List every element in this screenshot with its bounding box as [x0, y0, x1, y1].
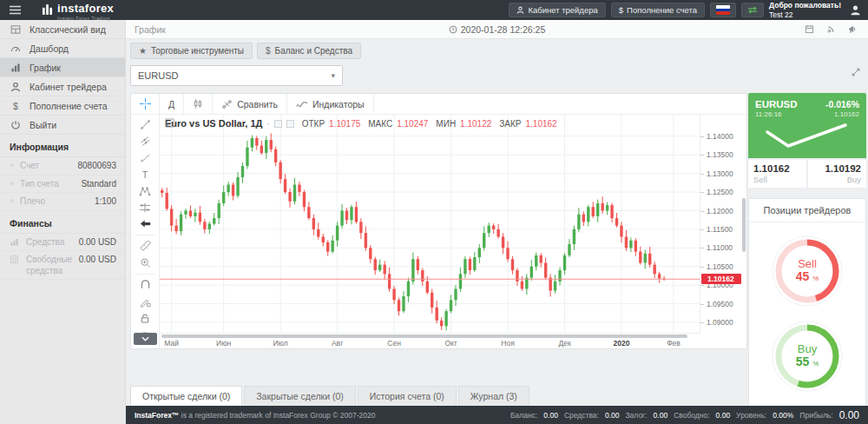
vertical-scrollbar[interactable]: [742, 198, 746, 252]
legend-settings-icon[interactable]: [274, 120, 282, 128]
quick-actions-row: ★ Торговые инструменты $ Баланс и Средст…: [126, 39, 868, 62]
quote-card[interactable]: EURUSD -0.016% 11:26:16 1.10162: [748, 93, 866, 158]
quote-sparkline: [755, 120, 859, 151]
info-label: Плечо: [20, 196, 95, 208]
swap-account-button[interactable]: [741, 3, 764, 17]
price-axis[interactable]: 1.140001.135001.130001.125001.120001.115…: [700, 115, 746, 333]
finance-label: Средства: [26, 237, 79, 248]
symbol-select[interactable]: EURUSD ▾: [130, 65, 343, 86]
header-trader-cabinet-button[interactable]: Кабинет трейдера: [509, 3, 605, 17]
caret-down-icon: ▾: [331, 71, 335, 80]
chevrons-icon: »: [10, 161, 14, 169]
magnet-icon[interactable]: [135, 279, 155, 292]
info-label: Счет: [20, 161, 77, 172]
clock-icon: [449, 25, 457, 34]
buy-button[interactable]: 1.10192 Buy: [808, 160, 866, 188]
indicators-button[interactable]: Индикаторы: [287, 94, 374, 114]
chart-mini-icon: [10, 237, 21, 247]
power-icon: [10, 120, 22, 130]
ruler-icon[interactable]: [135, 240, 155, 253]
trading-instruments-button[interactable]: ★ Торговые инструменты: [130, 43, 253, 59]
main-area: График 2020-01-28 12:26:25 ★ Торговые ин…: [126, 20, 868, 424]
sidebar-item-label: Выйти: [30, 120, 56, 130]
trading-instruments-label: Торговые инструменты: [151, 46, 244, 56]
tab-account-history[interactable]: История счета (0): [358, 386, 457, 406]
buy-gauge-label: Buy: [798, 343, 817, 355]
trader-positions-title: Позиции трейдеров: [749, 199, 865, 222]
sidebar-item-trader-cabinet[interactable]: Кабинет трейдера: [0, 77, 125, 96]
time-axis[interactable]: МайИюнИюлАвгСенОктНояДек2020Фев: [160, 333, 700, 348]
indicators-label: Индикаторы: [312, 99, 365, 109]
finance-value: 0.00 USD: [79, 255, 116, 264]
legend-settings-icon[interactable]: [286, 120, 294, 128]
sell-buy-row: 1.10162 Sell 1.10192 Buy: [748, 160, 866, 188]
chart-style-button[interactable]: [184, 94, 213, 114]
sidebar-item-classic-view[interactable]: Классический вид: [0, 20, 125, 39]
text-tool-icon[interactable]: T: [135, 168, 155, 181]
sidebar-item-dashboard[interactable]: Дашборд: [0, 39, 125, 58]
user-avatar-icon[interactable]: [850, 4, 861, 16]
stat-label: Залог:: [625, 411, 647, 420]
position-tool-icon[interactable]: [135, 201, 155, 214]
collapse-legend-icon[interactable]: [165, 118, 174, 128]
tab-journal[interactable]: Журнал (3): [458, 386, 529, 406]
username: Test 22: [769, 10, 792, 19]
buy-gauge-percent: 55: [796, 354, 810, 368]
gauge-icon: [10, 43, 22, 54]
grid-icon: [10, 24, 22, 35]
dollar-icon: $: [266, 46, 271, 56]
dollar-icon: $: [10, 101, 22, 111]
bar-chart-icon: [10, 63, 22, 73]
announcement-icon[interactable]: [848, 24, 858, 34]
balance-funds-button[interactable]: $ Баланс и Средства: [257, 43, 361, 59]
balance-funds-label: Баланс и Средства: [275, 46, 353, 56]
pattern-icon[interactable]: [135, 184, 155, 197]
ohlc-open-label: ОТКР: [302, 119, 325, 129]
sidebar-item-logout[interactable]: Выйти: [0, 116, 125, 135]
header-deposit-button[interactable]: $ Пополнение счета: [611, 3, 705, 17]
stat-label: Баланс:: [510, 411, 537, 420]
collapse-toolbar-button[interactable]: [134, 333, 157, 345]
stat-label: Прибыль:: [799, 411, 832, 420]
crosshair-tool[interactable]: [131, 94, 160, 114]
welcome-block: Добро пожаловать! Test 22: [769, 1, 841, 19]
ohlc-low-label: МИН: [436, 119, 456, 129]
bottom-tabs: Открытые сделки (0) Закрытые сделки (0) …: [130, 386, 531, 406]
timeframe-button[interactable]: Д: [160, 94, 184, 114]
stat-label: Свободно:: [674, 411, 709, 420]
horizontal-scrollbar[interactable]: [161, 335, 687, 338]
sidebar: Классический вид Дашборд График Кабинет …: [0, 20, 126, 424]
ohlc-high-value: 1.10247: [397, 119, 428, 129]
sell-button[interactable]: 1.10162 Sell: [748, 160, 806, 188]
sidebar-item-chart[interactable]: График: [0, 58, 125, 77]
calendar-icon[interactable]: [805, 24, 814, 34]
quote-time: 11:26:16: [755, 110, 782, 118]
language-flag-button[interactable]: [710, 3, 736, 17]
finance-value: 0.00 USD: [79, 237, 116, 247]
tab-open-trades[interactable]: Открытые сделки (0): [130, 386, 242, 406]
lock-icon[interactable]: [135, 312, 155, 325]
buy-gauge: Buy 55 %: [771, 320, 844, 393]
timeframe-label: Д: [168, 99, 174, 109]
brush-icon[interactable]: [135, 151, 155, 164]
trendline-icon[interactable]: [135, 118, 155, 131]
fullscreen-icon[interactable]: [851, 67, 861, 77]
menu-hamburger-icon[interactable]: [0, 0, 30, 20]
quote-change: -0.016%: [825, 99, 859, 109]
ohlc-low-value: 1.10122: [460, 119, 491, 129]
stat-value: 0.00: [605, 411, 620, 420]
zoom-in-icon[interactable]: [135, 256, 155, 269]
rss-icon[interactable]: [826, 24, 836, 34]
instaforex-logo[interactable]: instaforex Instant Forex Trading: [42, 0, 114, 21]
top-header: instaforex Instant Forex Trading Кабинет…: [0, 0, 868, 20]
compare-button[interactable]: Сравнить: [213, 94, 287, 114]
drawing-lock-icon[interactable]: [135, 295, 155, 308]
arrow-tool-icon[interactable]: [135, 217, 155, 230]
sidebar-item-label: Кабинет трейдера: [30, 82, 107, 92]
info-row-account: » Счет 80800693: [0, 157, 125, 176]
percent-sign: %: [812, 275, 819, 282]
tab-closed-trades[interactable]: Закрытые сделки (0): [244, 386, 355, 406]
sidebar-item-deposit[interactable]: $ Пополнение счета: [0, 96, 125, 116]
channel-icon[interactable]: [135, 135, 155, 148]
candlestick-plot[interactable]: Euro vs US Dollar, 1Д · ОТКР 1.10175 МАК…: [160, 115, 700, 333]
